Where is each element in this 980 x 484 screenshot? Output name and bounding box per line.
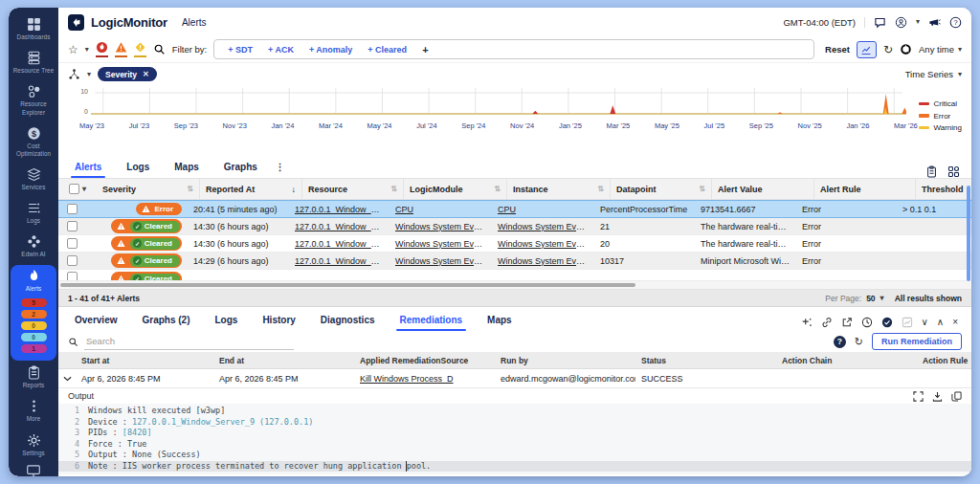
detail-tab-overview[interactable]: Overview xyxy=(62,310,129,331)
add-filter-chip-button[interactable]: + xyxy=(415,43,434,56)
sidebar-item-edwin-ai[interactable]: Edwin AI xyxy=(11,231,56,263)
close-panel-icon[interactable]: × xyxy=(952,318,958,327)
instance-link[interactable]: CPU xyxy=(492,205,594,214)
schedule-sdt-icon[interactable] xyxy=(861,317,873,328)
sidebar-item-cost-optimization[interactable]: $Cost Optimization xyxy=(11,122,56,163)
sidebar-item-dashboards[interactable]: Dashboards xyxy=(11,13,56,46)
error-severity-toggle-icon[interactable] xyxy=(115,41,127,57)
row-checkbox[interactable] xyxy=(67,238,78,249)
remediation-help-icon[interactable]: ? xyxy=(834,336,846,348)
filter-chip-box[interactable]: + SDT+ ACK+ Anomaly+ Cleared+ xyxy=(213,39,814,59)
per-page-caret-icon[interactable]: ▾ xyxy=(880,295,884,302)
refresh-icon[interactable]: ↻ xyxy=(883,44,893,55)
report-clipboard-icon[interactable] xyxy=(925,165,938,178)
alerts-tab-maps[interactable]: Maps xyxy=(162,157,212,178)
instance-link[interactable]: Windows System Event Log xyxy=(492,239,594,249)
alert-row[interactable]: ✓Cleared14:30 (6 hours ago)127.0.0.1_Win… xyxy=(58,218,971,235)
sort-desc-icon[interactable]: ↓ xyxy=(292,185,297,194)
remediation-refresh-icon[interactable]: ↻ xyxy=(855,337,863,347)
warning-severity-toggle-icon[interactable] xyxy=(134,41,146,57)
sidebar-item-resource-explorer[interactable]: Resource Explorer xyxy=(11,80,56,121)
add-note-icon[interactable] xyxy=(801,317,813,328)
detail-tab-history[interactable]: History xyxy=(250,310,307,331)
alert-row[interactable]: Error20:41 (5 minutes ago)127.0.0.1_Wind… xyxy=(58,200,971,218)
download-icon[interactable] xyxy=(932,391,943,402)
remediation-source-link[interactable]: Kill Windows Process_D xyxy=(354,374,495,384)
remediation-column-start-at[interactable]: Start at xyxy=(76,356,213,365)
resource-link[interactable]: 127.0.0.1_Window_Server... xyxy=(289,222,390,231)
sidebar-item-reports[interactable]: Reports xyxy=(11,362,56,394)
column-header-alert-rule[interactable]: Alert Rule xyxy=(814,179,916,199)
detail-tab-diagnostics[interactable]: Diagnostics xyxy=(308,310,388,331)
sort-icon[interactable]: ⇅ xyxy=(390,185,397,193)
severity-group-chip[interactable]: Severity ✕ xyxy=(98,67,157,81)
column-header-alert-value[interactable]: Alert Value xyxy=(712,179,814,199)
detail-tab-logs[interactable]: Logs xyxy=(203,310,251,331)
help-icon[interactable]: ? xyxy=(949,16,962,29)
reset-button[interactable]: Reset xyxy=(825,44,850,55)
column-header-instance[interactable]: Instance⇅ xyxy=(507,179,611,199)
detail-tab-remediations[interactable]: Remediations xyxy=(388,310,476,331)
column-header-threshold[interactable]: Threshold xyxy=(916,179,971,199)
acknowledge-check-icon[interactable] xyxy=(881,317,893,328)
next-alert-icon[interactable]: ∧ xyxy=(937,318,944,327)
filter-chip[interactable]: + Anomaly xyxy=(302,44,359,55)
resource-link[interactable]: 127.0.0.1_Window_Server... xyxy=(289,239,390,249)
donut-chart-icon[interactable] xyxy=(900,43,912,55)
remediation-column-end-at[interactable]: End at xyxy=(213,356,354,365)
sort-icon[interactable]: ⇅ xyxy=(699,185,705,193)
alerts-tab-graphs[interactable]: Graphs xyxy=(212,157,270,178)
column-header-reported-at[interactable]: Reported At↓ xyxy=(200,179,302,199)
logicmodule-link[interactable]: Windows System Event Log xyxy=(390,222,492,231)
horizontal-scrollbar-thumb[interactable] xyxy=(60,283,635,287)
remediation-column-applied-remediationsource[interactable]: Applied RemediationSource xyxy=(354,356,495,365)
remediation-column-action-chain[interactable]: Action Chain xyxy=(776,356,917,365)
sort-icon[interactable]: ⇅ xyxy=(494,185,501,193)
column-header-logicmodule[interactable]: LogicModule⇅ xyxy=(404,179,507,199)
time-series-plot[interactable]: 10 0 xyxy=(91,85,906,121)
sidebar-item-resource-tree[interactable]: Resource Tree xyxy=(11,47,56,79)
remediation-search-input[interactable]: Search xyxy=(84,334,294,350)
select-all-checkbox[interactable] xyxy=(69,184,79,194)
filter-chip[interactable]: + ACK xyxy=(261,44,301,55)
logicmodule-link[interactable]: CPU xyxy=(390,205,492,214)
remediation-output-code[interactable]: 1Windows kill executed [w3wp]2Device : 1… xyxy=(58,404,971,474)
row-expander-chevron-icon[interactable] xyxy=(58,376,76,382)
select-menu-caret-icon[interactable]: ▾ xyxy=(82,186,86,193)
sidebar-item-alerts[interactable]: Alerts52001 xyxy=(11,265,56,362)
group-by-icon[interactable] xyxy=(68,68,80,80)
tabs-more-menu-icon[interactable]: ⋮ xyxy=(270,157,291,178)
sidebar-item-settings[interactable]: Settings xyxy=(11,429,56,462)
column-chooser-grid-icon[interactable] xyxy=(947,165,960,178)
chart-toggle-button[interactable] xyxy=(857,41,877,58)
saved-filters-caret-icon[interactable]: ▾ xyxy=(85,46,89,54)
sort-icon[interactable]: ⇅ xyxy=(597,185,604,193)
alert-row[interactable]: ✓Cleared14:30 (6 hours ago)127.0.0.1_Win… xyxy=(58,235,971,253)
critical-severity-toggle-icon[interactable] xyxy=(96,41,108,57)
link-icon[interactable] xyxy=(821,317,833,328)
remediation-table-row[interactable]: Apr 6, 2026 8:45 PMApr 6, 2026 8:45 PMKi… xyxy=(58,369,971,388)
alert-row[interactable]: ✓Cleared xyxy=(58,270,971,281)
remote-session-icon[interactable] xyxy=(26,463,41,476)
search-icon[interactable] xyxy=(153,43,166,55)
remediation-column-action-rule[interactable]: Action Rule xyxy=(917,356,971,365)
sidebar-item-services[interactable]: Services xyxy=(11,164,56,196)
group-by-caret-icon[interactable]: ▾ xyxy=(87,71,91,78)
logicmodule-link[interactable]: Windows System Event Log xyxy=(390,239,492,249)
chart-view-select[interactable]: Time Series ▾ xyxy=(905,69,962,79)
row-checkbox[interactable] xyxy=(67,272,78,281)
announcements-megaphone-icon[interactable] xyxy=(928,16,941,29)
chat-icon[interactable] xyxy=(874,16,886,29)
filter-chip[interactable]: + Cleared xyxy=(361,44,413,55)
column-header-datapoint[interactable]: Datapoint⇅ xyxy=(611,179,712,199)
instance-link[interactable]: Windows System Event Log xyxy=(492,256,594,266)
vertical-scrollbar-thumb[interactable] xyxy=(967,186,970,281)
user-menu-caret-icon[interactable]: ▾ xyxy=(916,18,920,26)
run-remediation-button[interactable]: Run Remediation xyxy=(872,333,962,350)
resource-link[interactable]: 127.0.0.1_Window_Server... xyxy=(289,256,390,266)
column-header-severity[interactable]: Severity⇅ xyxy=(97,179,200,199)
row-checkbox[interactable] xyxy=(67,255,78,266)
user-avatar-icon[interactable] xyxy=(895,16,907,29)
alerts-tab-alerts[interactable]: Alerts xyxy=(62,157,114,178)
alert-row[interactable]: ✓Cleared14:29 (6 hours ago)127.0.0.1_Win… xyxy=(58,253,971,270)
